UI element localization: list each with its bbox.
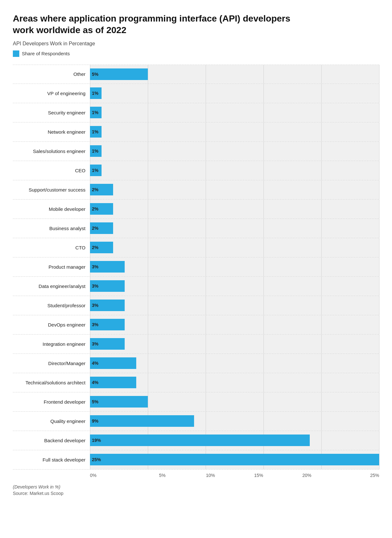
bar-label: Integration engineer	[13, 335, 90, 354]
grid-line	[148, 200, 148, 219]
grid-lines	[90, 122, 379, 141]
table-row: Integration engineer3%	[13, 335, 379, 354]
bar-container: 5%	[90, 392, 379, 411]
grid-line	[263, 103, 264, 122]
bar-label: CEO	[13, 161, 90, 180]
grid-lines	[90, 103, 379, 122]
grid-line	[379, 354, 379, 373]
grid-line	[321, 103, 322, 122]
grid-line	[148, 238, 148, 257]
grid-line	[148, 315, 148, 334]
bar-label: Other	[13, 65, 90, 84]
grid-lines	[90, 142, 379, 161]
bar-container: 4%	[90, 373, 379, 392]
bar-value-label: 19%	[92, 438, 101, 443]
grid-line	[263, 335, 264, 354]
grid-line	[321, 161, 322, 180]
grid-line	[263, 180, 264, 199]
bar-fill: 1%	[90, 87, 102, 99]
grid-line	[206, 103, 206, 122]
grid-line	[321, 65, 322, 84]
bar-value-label: 3%	[92, 283, 98, 289]
grid-line	[206, 412, 206, 431]
bar-value-label: 5%	[92, 399, 98, 404]
grid-line	[263, 84, 264, 103]
footnote: (Developers Work in %) Source: Market.us…	[13, 484, 379, 496]
grid-line	[379, 277, 379, 296]
bar-label: Support/customer success	[13, 180, 90, 199]
grid-line	[379, 84, 379, 103]
x-tick-label: 15%	[235, 473, 283, 478]
table-row: Business analyst2%	[13, 219, 379, 238]
bar-container: 2%	[90, 219, 379, 238]
grid-line	[263, 354, 264, 373]
x-axis: 0%5%10%15%20%25%	[90, 471, 379, 478]
table-row: CTO2%	[13, 238, 379, 257]
grid-line	[206, 296, 206, 315]
grid-line	[148, 277, 148, 296]
bar-container: 19%	[90, 431, 379, 450]
grid-line	[379, 335, 379, 354]
grid-line	[148, 373, 148, 392]
grid-line	[321, 277, 322, 296]
grid-line	[206, 122, 206, 141]
grid-line	[379, 122, 379, 141]
x-tick-label: 5%	[138, 473, 186, 478]
table-row: Product manager3%	[13, 257, 379, 277]
bar-label: Network engineer	[13, 122, 90, 141]
grid-line	[148, 103, 148, 122]
grid-lines	[90, 84, 379, 103]
grid-line	[379, 142, 379, 161]
grid-line	[321, 219, 322, 238]
grid-line	[206, 335, 206, 354]
bar-value-label: 2%	[92, 187, 98, 192]
x-tick-label: 20%	[283, 473, 331, 478]
grid-line	[148, 65, 148, 84]
bar-fill: 3%	[90, 280, 125, 292]
grid-line	[321, 373, 322, 392]
table-row: Student/professor3%	[13, 296, 379, 315]
grid-line	[321, 431, 322, 450]
bar-container: 1%	[90, 122, 379, 141]
grid-line	[321, 257, 322, 276]
table-row: Security engineer1%	[13, 103, 379, 122]
bar-container: 3%	[90, 335, 379, 354]
bar-fill: 3%	[90, 261, 125, 273]
bar-value-label: 1%	[92, 168, 98, 173]
legend-label: Share of Respondents	[22, 51, 70, 56]
bar-container: 2%	[90, 238, 379, 257]
legend-color-swatch	[13, 50, 19, 57]
grid-line	[379, 315, 379, 334]
bar-label: Product manager	[13, 257, 90, 276]
grid-line	[263, 122, 264, 141]
grid-line	[263, 200, 264, 219]
bar-fill: 3%	[90, 319, 125, 330]
grid-line	[148, 142, 148, 161]
bar-fill: 1%	[90, 165, 102, 176]
grid-line	[206, 238, 206, 257]
grid-line	[206, 161, 206, 180]
table-row: DevOps engineer3%	[13, 315, 379, 335]
grid-lines	[90, 335, 379, 354]
bar-value-label: 3%	[92, 303, 98, 308]
bar-container: 3%	[90, 257, 379, 276]
grid-lines	[90, 277, 379, 296]
footnote-text: (Developers Work in %)	[13, 484, 379, 489]
bar-container: 1%	[90, 84, 379, 103]
bar-value-label: 2%	[92, 245, 98, 250]
table-row: Frontend developer5%	[13, 392, 379, 412]
bar-label: Director/Manager	[13, 354, 90, 373]
bar-label: Security engineer	[13, 103, 90, 122]
grid-line	[321, 238, 322, 257]
grid-line	[263, 142, 264, 161]
table-row: Data engineer/analyst3%	[13, 277, 379, 296]
bar-fill: 4%	[90, 377, 136, 388]
bar-label: Data engineer/analyst	[13, 277, 90, 296]
grid-line	[379, 238, 379, 257]
bar-label: Mobile developer	[13, 200, 90, 219]
grid-lines	[90, 219, 379, 238]
grid-line	[263, 219, 264, 238]
grid-line	[263, 296, 264, 315]
grid-line	[263, 392, 264, 411]
bar-container: 1%	[90, 142, 379, 161]
